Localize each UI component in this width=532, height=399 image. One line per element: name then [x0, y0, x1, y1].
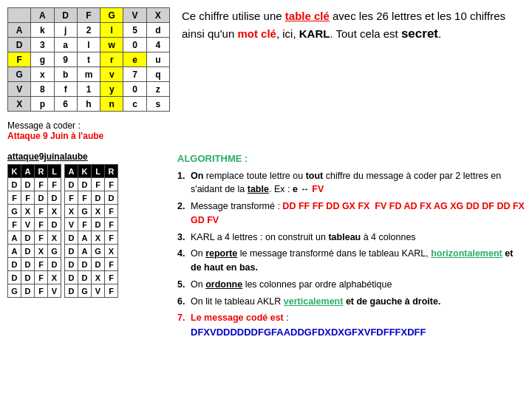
mot-cle: mot clé [237, 27, 276, 40]
aklr-row-7: DDDF [65, 258, 118, 271]
algo-step-2: 2. Message transformé : DD FF FF DD GX F… [177, 200, 525, 228]
karl-row-4: FVFD [8, 218, 61, 231]
karl-row-5: ADFX [8, 231, 61, 245]
algo-step-4: 4. On reporte le message transformé dans… [177, 247, 525, 275]
cipher-table: A D F G V X A k j 2 l 5 d [7, 7, 170, 112]
cipher-col-F: F [77, 8, 100, 23]
intro-text: Ce chiffre utilise une table clé avec le… [182, 7, 525, 44]
cipher-row-V: V 8 f 1 y 0 z [8, 82, 170, 97]
aklr-header: A K L R [65, 165, 118, 178]
aklr-row-6: DAGX [65, 245, 118, 258]
aklr-row-9: DGVF [65, 284, 118, 298]
left-panel: A D F G V X A k j 2 l 5 d [7, 7, 170, 141]
algo-right: ALGORITHME : 1. On remplace toute lettre… [177, 151, 525, 343]
algo-step-7: 7. Le message codé est : DFXVDDDDDDFGFAA… [177, 311, 525, 340]
cipher-header-row: A D F G V X [8, 8, 170, 23]
algo-left: attaque9juinalaube K A R L DDFF FFDD [7, 151, 170, 343]
aklr-row-4: VFDF [65, 218, 118, 231]
aklr-row-8: DDXF [65, 271, 118, 284]
aklr-row-1: DDFF [65, 178, 118, 191]
algo-title: ALGORITHME : [177, 151, 525, 166]
table-cle: table clé [285, 10, 330, 22]
karl-table: K A R L DDFF FFDD GXFX FVFD [7, 164, 61, 298]
karl-header: K A R L [8, 165, 61, 178]
cipher-rowhead-A: A [8, 23, 31, 38]
karl-row-2: FFDD [8, 191, 61, 205]
attaque-tables: K A R L DDFF FFDD GXFX FVFD [7, 164, 170, 298]
cipher-col-V: V [123, 8, 146, 23]
karl-row-6: ADXG [8, 245, 61, 258]
algo-list: 1. On remplace toute lettre ou tout chif… [177, 169, 525, 340]
cipher-corner [8, 8, 31, 23]
karl-row-9: GDFV [8, 284, 61, 298]
final-code: DFXVDDDDDDFGFAADDGFDXDXGFXVFDFFFXDFF [191, 327, 426, 338]
karl-word: KARL [299, 27, 330, 40]
message-value: Attaque 9 Juin à l'aube [7, 131, 103, 141]
cipher-row-A: A k j 2 l 5 d [8, 23, 170, 38]
cipher-row-X: X p 6 h n c s [8, 97, 170, 112]
aklr-row-5: DAXF [65, 231, 118, 245]
aklr-row-3: XGXF [65, 205, 118, 218]
karl-row-8: DDFX [8, 271, 61, 284]
algo-step-1: 1. On remplace toute lettre ou tout chif… [177, 169, 525, 197]
cipher-col-G: G [100, 8, 123, 23]
aklr-table: A K L R DDFF FFDD XGXF VFDF [64, 164, 118, 298]
right-panel: Ce chiffre utilise une table clé avec le… [182, 7, 525, 141]
cipher-row-D: D 3 a l w 0 4 [8, 38, 170, 52]
aklr-row-2: FFDD [65, 191, 118, 205]
algo-step-3: 3. KARL a 4 lettres : on construit un ta… [177, 231, 525, 245]
attaque-word: attaque9juinalaube [7, 151, 170, 162]
cipher-row-F: F g 9 t r e u [8, 52, 170, 67]
algo-step-5: 5. On ordonne les colonnes par ordre alp… [177, 278, 525, 292]
karl-row-1: DDFF [8, 178, 61, 191]
message-label: Message à coder : Attaque 9 Juin à l'aub… [7, 120, 170, 141]
cipher-col-X: X [146, 8, 169, 23]
secret-word: secret [401, 27, 438, 41]
cipher-col-D: D [54, 8, 77, 23]
cipher-col-A: A [31, 8, 54, 23]
karl-row-7: DDFD [8, 258, 61, 271]
algo-step-6: 6. On lit le tableau AKLR verticalement … [177, 295, 525, 309]
cipher-row-G: G x b m v 7 q [8, 67, 170, 82]
karl-row-3: GXFX [8, 205, 61, 218]
